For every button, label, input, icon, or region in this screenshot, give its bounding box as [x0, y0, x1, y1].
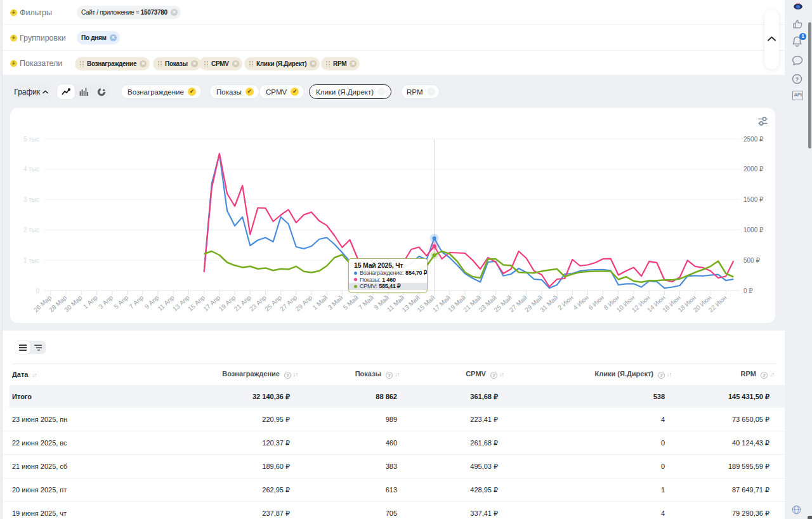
svg-text:2000 ₽: 2000 ₽: [743, 166, 764, 173]
svg-text:3 тыс: 3 тыс: [23, 196, 39, 203]
svg-text:30 Мар: 30 Мар: [63, 294, 84, 313]
svg-text:1000 ₽: 1000 ₽: [743, 227, 764, 233]
svg-text:1 Апр: 1 Апр: [82, 294, 99, 310]
svg-text:2 Июн: 2 Июн: [556, 294, 575, 311]
svg-text:2 тыс: 2 тыс: [23, 227, 39, 233]
svg-text:1 Май: 1 Май: [311, 294, 329, 311]
svg-text:2500 ₽: 2500 ₽: [743, 136, 764, 143]
svg-text:7 Апр: 7 Апр: [128, 294, 145, 310]
svg-text:4 Июн: 4 Июн: [572, 294, 590, 311]
svg-text:?: ?: [796, 76, 799, 82]
svg-text:0: 0: [36, 287, 39, 294]
svg-text:29 Апр: 29 Апр: [294, 294, 314, 313]
svg-text:5 тыс: 5 тыс: [23, 136, 39, 143]
svg-text:31 Май: 31 Май: [539, 294, 559, 313]
svg-text:1500 ₽: 1500 ₽: [743, 196, 764, 203]
svg-text:0 ₽: 0 ₽: [743, 287, 753, 294]
svg-text:4 тыс: 4 тыс: [23, 166, 39, 173]
svg-text:6 Июн: 6 Июн: [587, 294, 605, 311]
svg-text:5 Апр: 5 Апр: [112, 294, 129, 310]
svg-text:3 Апр: 3 Апр: [97, 294, 114, 310]
svg-text:1 тыс: 1 тыс: [23, 257, 39, 264]
svg-text:3 Май: 3 Май: [327, 294, 344, 311]
svg-text:7 Май: 7 Май: [357, 294, 375, 311]
svg-text:500 ₽: 500 ₽: [743, 257, 760, 264]
svg-text:5 Май: 5 Май: [342, 294, 360, 311]
